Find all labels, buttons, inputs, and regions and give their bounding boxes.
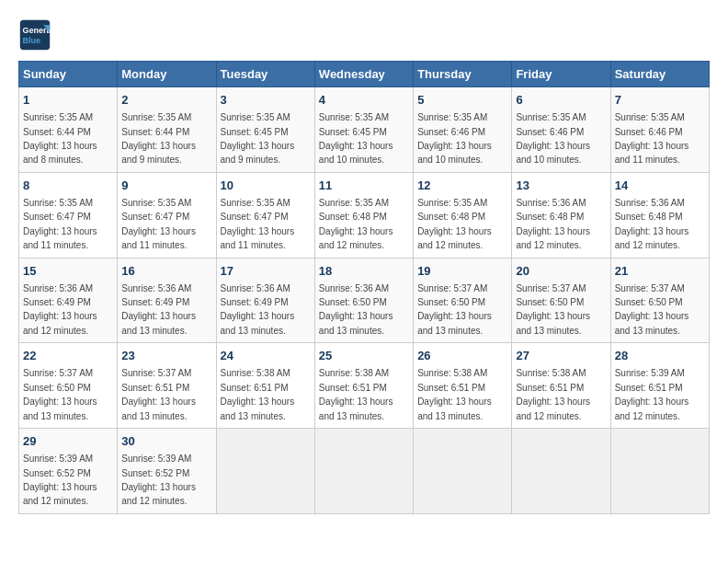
calendar-day-cell: 12 Sunrise: 5:35 AMSunset: 6:48 PMDaylig… bbox=[414, 172, 512, 258]
calendar-day-cell: 15 Sunrise: 5:36 AMSunset: 6:49 PMDaylig… bbox=[19, 258, 118, 343]
calendar-day-cell: 21 Sunrise: 5:37 AMSunset: 6:50 PMDaylig… bbox=[610, 258, 709, 343]
day-number: 22 bbox=[23, 348, 113, 364]
calendar-day-cell: 7 Sunrise: 5:35 AMSunset: 6:46 PMDayligh… bbox=[610, 87, 709, 173]
calendar-day-cell: 10 Sunrise: 5:35 AMSunset: 6:47 PMDaylig… bbox=[216, 172, 314, 258]
calendar-day-cell: 26 Sunrise: 5:38 AMSunset: 6:51 PMDaylig… bbox=[414, 343, 512, 429]
day-number: 24 bbox=[221, 348, 311, 364]
weekday-header: Friday bbox=[512, 62, 610, 87]
day-info: Sunrise: 5:38 AMSunset: 6:51 PMDaylight:… bbox=[221, 368, 295, 420]
calendar-day-cell bbox=[414, 429, 512, 514]
calendar-day-cell: 18 Sunrise: 5:36 AMSunset: 6:50 PMDaylig… bbox=[314, 258, 413, 343]
calendar-week-row: 22 Sunrise: 5:37 AMSunset: 6:50 PMDaylig… bbox=[19, 343, 710, 429]
day-number: 30 bbox=[121, 433, 211, 450]
calendar-day-cell: 24 Sunrise: 5:38 AMSunset: 6:51 PMDaylig… bbox=[216, 343, 314, 429]
calendar-day-cell: 3 Sunrise: 5:35 AMSunset: 6:45 PMDayligh… bbox=[216, 87, 314, 173]
weekday-header: Saturday bbox=[610, 62, 709, 87]
day-info: Sunrise: 5:36 AMSunset: 6:48 PMDaylight:… bbox=[516, 198, 590, 250]
day-number: 4 bbox=[319, 92, 409, 109]
calendar-day-cell: 30 Sunrise: 5:39 AMSunset: 6:52 PMDaylig… bbox=[118, 429, 216, 514]
day-info: Sunrise: 5:35 AMSunset: 6:47 PMDaylight:… bbox=[23, 198, 97, 250]
weekday-header: Wednesday bbox=[314, 62, 413, 87]
day-info: Sunrise: 5:37 AMSunset: 6:51 PMDaylight:… bbox=[121, 368, 196, 420]
calendar-table: SundayMondayTuesdayWednesdayThursdayFrid… bbox=[18, 61, 710, 514]
calendar-week-row: 15 Sunrise: 5:36 AMSunset: 6:49 PMDaylig… bbox=[19, 258, 710, 343]
day-number: 1 bbox=[23, 92, 113, 109]
calendar-day-cell bbox=[216, 429, 314, 514]
day-number: 14 bbox=[615, 178, 705, 194]
day-number: 16 bbox=[121, 263, 211, 280]
calendar-day-cell: 20 Sunrise: 5:37 AMSunset: 6:50 PMDaylig… bbox=[512, 258, 610, 343]
day-number: 11 bbox=[319, 178, 409, 194]
calendar-day-cell: 4 Sunrise: 5:35 AMSunset: 6:45 PMDayligh… bbox=[314, 87, 413, 173]
calendar-day-cell: 29 Sunrise: 5:39 AMSunset: 6:52 PMDaylig… bbox=[19, 429, 118, 514]
day-number: 2 bbox=[121, 92, 211, 109]
day-number: 20 bbox=[516, 263, 606, 280]
day-info: Sunrise: 5:35 AMSunset: 6:46 PMDaylight:… bbox=[516, 112, 590, 165]
day-number: 18 bbox=[319, 263, 409, 280]
calendar-header-row: SundayMondayTuesdayWednesdayThursdayFrid… bbox=[19, 62, 710, 87]
calendar-day-cell: 14 Sunrise: 5:36 AMSunset: 6:48 PMDaylig… bbox=[610, 172, 709, 258]
day-info: Sunrise: 5:39 AMSunset: 6:52 PMDaylight:… bbox=[121, 454, 196, 506]
weekday-header: Tuesday bbox=[216, 62, 314, 87]
logo-icon: General Blue bbox=[18, 18, 51, 52]
calendar-day-cell: 27 Sunrise: 5:38 AMSunset: 6:51 PMDaylig… bbox=[512, 343, 610, 429]
calendar-day-cell bbox=[610, 429, 709, 514]
day-info: Sunrise: 5:35 AMSunset: 6:45 PMDaylight:… bbox=[221, 112, 295, 165]
day-info: Sunrise: 5:36 AMSunset: 6:49 PMDaylight:… bbox=[221, 283, 295, 336]
calendar-day-cell bbox=[314, 429, 413, 514]
day-info: Sunrise: 5:35 AMSunset: 6:47 PMDaylight:… bbox=[121, 198, 196, 250]
svg-text:Blue: Blue bbox=[23, 36, 41, 45]
day-number: 8 bbox=[23, 178, 113, 194]
day-info: Sunrise: 5:36 AMSunset: 6:50 PMDaylight:… bbox=[319, 283, 393, 336]
day-number: 23 bbox=[121, 348, 211, 364]
day-info: Sunrise: 5:35 AMSunset: 6:48 PMDaylight:… bbox=[417, 198, 492, 250]
day-info: Sunrise: 5:35 AMSunset: 6:45 PMDaylight:… bbox=[319, 112, 393, 165]
day-info: Sunrise: 5:37 AMSunset: 6:50 PMDaylight:… bbox=[615, 283, 689, 336]
day-info: Sunrise: 5:36 AMSunset: 6:48 PMDaylight:… bbox=[615, 198, 689, 250]
calendar-day-cell: 11 Sunrise: 5:35 AMSunset: 6:48 PMDaylig… bbox=[314, 172, 413, 258]
day-number: 5 bbox=[417, 92, 507, 109]
day-info: Sunrise: 5:35 AMSunset: 6:48 PMDaylight:… bbox=[319, 198, 393, 250]
day-number: 12 bbox=[417, 178, 507, 194]
day-number: 13 bbox=[516, 178, 606, 194]
header: General Blue bbox=[18, 18, 710, 52]
day-info: Sunrise: 5:38 AMSunset: 6:51 PMDaylight:… bbox=[319, 368, 393, 420]
day-number: 7 bbox=[615, 92, 705, 109]
day-number: 29 bbox=[23, 433, 113, 450]
weekday-header: Sunday bbox=[19, 62, 118, 87]
day-info: Sunrise: 5:37 AMSunset: 6:50 PMDaylight:… bbox=[417, 283, 492, 336]
calendar-body: 1 Sunrise: 5:35 AMSunset: 6:44 PMDayligh… bbox=[19, 87, 710, 514]
logo: General Blue bbox=[18, 18, 57, 52]
day-info: Sunrise: 5:35 AMSunset: 6:46 PMDaylight:… bbox=[417, 112, 492, 165]
calendar-week-row: 1 Sunrise: 5:35 AMSunset: 6:44 PMDayligh… bbox=[19, 87, 710, 173]
day-number: 21 bbox=[615, 263, 705, 280]
calendar-day-cell: 1 Sunrise: 5:35 AMSunset: 6:44 PMDayligh… bbox=[19, 87, 118, 173]
day-info: Sunrise: 5:39 AMSunset: 6:51 PMDaylight:… bbox=[615, 368, 689, 420]
calendar-header: SundayMondayTuesdayWednesdayThursdayFrid… bbox=[19, 62, 710, 87]
calendar-week-row: 29 Sunrise: 5:39 AMSunset: 6:52 PMDaylig… bbox=[19, 429, 710, 514]
day-number: 6 bbox=[516, 92, 606, 109]
calendar-day-cell: 6 Sunrise: 5:35 AMSunset: 6:46 PMDayligh… bbox=[512, 87, 610, 173]
calendar-week-row: 8 Sunrise: 5:35 AMSunset: 6:47 PMDayligh… bbox=[19, 172, 710, 258]
day-number: 25 bbox=[319, 348, 409, 364]
calendar-day-cell: 9 Sunrise: 5:35 AMSunset: 6:47 PMDayligh… bbox=[118, 172, 216, 258]
day-info: Sunrise: 5:35 AMSunset: 6:44 PMDaylight:… bbox=[121, 112, 196, 165]
calendar-day-cell: 16 Sunrise: 5:36 AMSunset: 6:49 PMDaylig… bbox=[118, 258, 216, 343]
day-info: Sunrise: 5:36 AMSunset: 6:49 PMDaylight:… bbox=[121, 283, 196, 336]
day-number: 26 bbox=[417, 348, 507, 364]
day-number: 27 bbox=[516, 348, 606, 364]
calendar-day-cell bbox=[512, 429, 610, 514]
calendar-day-cell: 17 Sunrise: 5:36 AMSunset: 6:49 PMDaylig… bbox=[216, 258, 314, 343]
day-info: Sunrise: 5:36 AMSunset: 6:49 PMDaylight:… bbox=[23, 283, 97, 336]
day-number: 15 bbox=[23, 263, 113, 280]
day-info: Sunrise: 5:37 AMSunset: 6:50 PMDaylight:… bbox=[516, 283, 590, 336]
calendar-day-cell: 8 Sunrise: 5:35 AMSunset: 6:47 PMDayligh… bbox=[19, 172, 118, 258]
calendar-day-cell: 5 Sunrise: 5:35 AMSunset: 6:46 PMDayligh… bbox=[414, 87, 512, 173]
weekday-header: Monday bbox=[118, 62, 216, 87]
day-number: 9 bbox=[121, 178, 211, 194]
calendar-day-cell: 19 Sunrise: 5:37 AMSunset: 6:50 PMDaylig… bbox=[414, 258, 512, 343]
day-info: Sunrise: 5:38 AMSunset: 6:51 PMDaylight:… bbox=[417, 368, 492, 420]
day-info: Sunrise: 5:35 AMSunset: 6:47 PMDaylight:… bbox=[221, 198, 295, 250]
day-info: Sunrise: 5:37 AMSunset: 6:50 PMDaylight:… bbox=[23, 368, 97, 420]
calendar-day-cell: 22 Sunrise: 5:37 AMSunset: 6:50 PMDaylig… bbox=[19, 343, 118, 429]
